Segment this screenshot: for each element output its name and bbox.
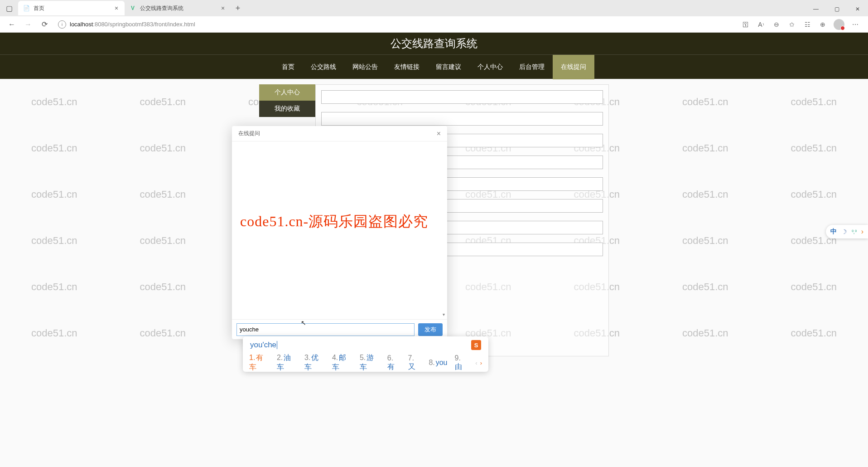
pill-extra-icon[interactable]: ⁰,⁰: [852, 229, 857, 235]
back-button[interactable]: ←: [4, 17, 20, 32]
ime-status-pill[interactable]: 中 ☽ ⁰,⁰ ›: [826, 225, 868, 238]
modal-title: 在线提问: [238, 130, 260, 137]
address-bar[interactable]: i localhost:8080/springbootmf383/front/i…: [54, 18, 735, 31]
sidebar-item-favorites[interactable]: 我的收藏: [259, 101, 315, 117]
url-port: :8080: [93, 21, 108, 28]
ime-next-icon[interactable]: ›: [480, 360, 482, 366]
key-icon[interactable]: ⚿: [741, 20, 750, 29]
nav-profile[interactable]: 个人中心: [469, 55, 511, 79]
minimize-button[interactable]: —: [805, 2, 826, 16]
profile-avatar[interactable]: [834, 19, 844, 30]
ask-input[interactable]: [236, 323, 415, 336]
ime-candidate-5[interactable]: 5.游车: [360, 353, 380, 372]
close-tab-icon[interactable]: ×: [113, 5, 120, 12]
close-tab-icon[interactable]: ×: [219, 5, 227, 12]
modal-close-icon[interactable]: ×: [437, 130, 441, 138]
site-info-icon[interactable]: i: [58, 20, 66, 29]
tab-actions-icon[interactable]: ▢: [0, 0, 18, 16]
reading-list-icon[interactable]: ☷: [803, 20, 812, 29]
url-host: localhost: [70, 21, 93, 28]
tab-1[interactable]: 📄 首页 ×: [18, 1, 125, 15]
tab-title: 公交线路查询系统: [140, 5, 219, 12]
ime-candidate-2[interactable]: 2.油车: [277, 353, 297, 372]
tab-2[interactable]: V 公交线路查询系统 ×: [125, 1, 231, 15]
ime-lang-icon[interactable]: 中: [830, 228, 837, 236]
url-path: /springbootmf383/front/index.html: [108, 21, 195, 28]
site-header: 公交线路查询系统: [0, 33, 868, 54]
page-icon: 📄: [23, 5, 30, 12]
close-window-button[interactable]: ✕: [847, 2, 868, 16]
ask-modal: 在线提问 × ▾ 发布: [232, 126, 447, 339]
nav-ask[interactable]: 在线提问: [553, 55, 594, 79]
ime-candidate-7[interactable]: 7.又: [408, 354, 422, 372]
refresh-button[interactable]: ⟳: [36, 17, 53, 32]
site-title: 公交线路查询系统: [391, 36, 477, 51]
sidebar-item-profile[interactable]: 个人中心: [259, 84, 315, 101]
form-input-2[interactable]: [321, 112, 603, 126]
nav-home[interactable]: 首页: [274, 55, 303, 79]
maximize-button[interactable]: ▢: [826, 2, 847, 16]
form-input-1[interactable]: [321, 90, 603, 104]
ime-candidate-4[interactable]: 4.邮车: [332, 353, 352, 372]
moon-icon[interactable]: ☽: [841, 228, 847, 235]
nav-feedback[interactable]: 留言建议: [428, 55, 469, 79]
ime-prev-icon[interactable]: ‹: [475, 360, 477, 366]
text-size-icon[interactable]: A١: [757, 20, 766, 29]
zoom-out-icon[interactable]: ⊖: [772, 20, 781, 29]
modal-body: [232, 141, 447, 319]
sogou-logo-icon: S: [471, 340, 481, 350]
expand-icon[interactable]: ›: [861, 228, 863, 236]
nav-admin[interactable]: 后台管理: [511, 55, 553, 79]
nav-routes[interactable]: 公交路线: [303, 55, 344, 79]
favorites-icon[interactable]: ✩: [787, 20, 796, 29]
ime-candidate-6[interactable]: 6.有: [387, 354, 401, 372]
ime-candidate-8[interactable]: 8.you: [429, 359, 447, 367]
vue-icon: V: [129, 5, 136, 12]
submit-button[interactable]: 发布: [418, 323, 443, 336]
ime-candidate-3[interactable]: 3.优车: [304, 353, 325, 372]
main-nav: 首页 公交路线 网站公告 友情链接 留言建议 个人中心 后台管理 在线提问: [0, 54, 868, 79]
ime-candidate-9[interactable]: 9.由: [455, 354, 468, 372]
nav-links[interactable]: 友情链接: [386, 55, 428, 79]
collections-icon[interactable]: ⊕: [818, 20, 827, 29]
ime-panel: you'che S 1.有车 2.油车 3.优车 4.邮车 5.游车 6.有 7…: [243, 336, 488, 372]
ime-candidate-1[interactable]: 1.有车: [249, 353, 270, 372]
more-icon[interactable]: ⋯: [851, 20, 860, 29]
scroll-indicator-icon[interactable]: ▾: [443, 312, 446, 316]
ime-composition: you'che: [250, 341, 276, 350]
nav-announce[interactable]: 网站公告: [344, 55, 386, 79]
new-tab-button[interactable]: +: [231, 4, 245, 13]
tab-title: 首页: [34, 5, 113, 12]
forward-button: →: [20, 17, 36, 32]
